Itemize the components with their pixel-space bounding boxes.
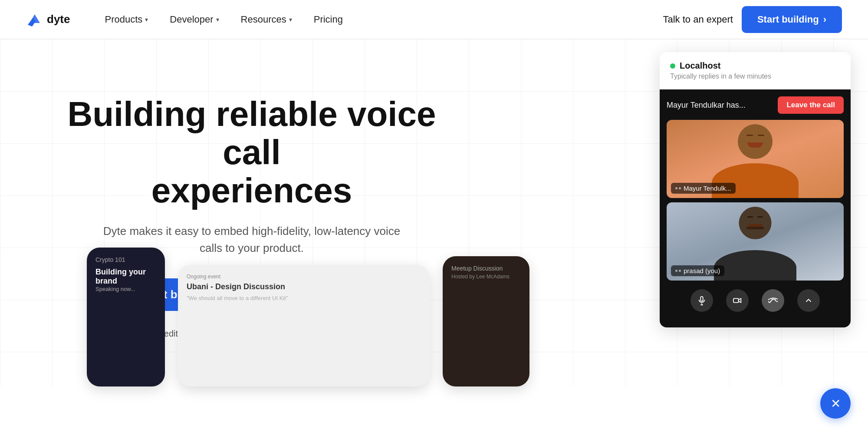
close-fab-button[interactable]: ✕ [820,388,851,419]
widget-host-subtitle: Typically replies in a few minutes [670,73,840,80]
no-credit-card-badge: 🚫💳 No credit card required [115,328,231,340]
credit-card-icon: 🚫💳 [115,328,139,340]
nav-actions: Talk to an expert Start building › [663,6,842,33]
nav-start-building-button[interactable]: Start building › [742,6,842,33]
nav-talk-expert-link[interactable]: Talk to an expert [663,14,733,25]
call-widget: Localhost Typically replies in a few min… [660,52,851,327]
end-call-button[interactable] [762,289,784,312]
video-tile-person1: Mayur Tendulk... [667,120,844,198]
svg-rect-3 [733,298,739,302]
logo-text: dyte [47,13,70,26]
hero-badges: 🚫💳 No credit card required 🎁 FREE 10,000… [115,328,388,340]
chevron-down-icon: ▾ [216,16,219,23]
call-controls [667,281,844,320]
hero-talk-expert-button[interactable]: Talk to an expert › [253,278,381,311]
gift-icon: 🎁 [249,328,260,340]
arrow-right-icon: › [823,14,826,25]
navbar: dyte Products ▾ Developer ▾ Resources ▾ … [0,0,868,39]
widget-header: Localhost Typically replies in a few min… [660,52,851,89]
logo[interactable]: dyte [26,11,70,28]
call-top-bar: Mayur Tendulkar has... Leave the call [667,96,844,114]
leave-call-button[interactable]: Leave the call [778,96,844,114]
video-tile-person2: prasad (you) [667,202,844,281]
chevron-down-icon: ▾ [145,16,148,23]
free-mins-badge: 🎁 FREE 10,000 mins every month [249,328,388,340]
video-button[interactable] [726,289,749,312]
nav-products[interactable]: Products ▾ [96,10,157,30]
hero-start-building-button[interactable]: Start building › [122,278,242,311]
nav-developer[interactable]: Developer ▾ [161,10,227,30]
widget-host: Localhost [670,61,840,71]
more-options-button[interactable] [797,289,820,312]
nav-links: Products ▾ Developer ▾ Resources ▾ Prici… [96,10,663,30]
mic-button[interactable] [690,289,713,312]
svg-rect-0 [700,297,703,301]
hero-section: Building reliable voice call experiences… [0,39,868,386]
online-status-dot [670,63,675,69]
nav-resources[interactable]: Resources ▾ [232,10,301,30]
hero-content: Building reliable voice call experiences… [0,39,477,386]
hero-title: Building reliable voice call experiences [52,95,451,210]
person2-label: prasad (you) [671,265,724,276]
person1-label: Mayur Tendulk... [671,183,736,194]
hero-buttons: Start building › Talk to an expert › [122,278,381,311]
arrow-right-icon: › [220,288,224,301]
hero-subtitle: Dyte makes it easy to embed high-fidelit… [100,223,404,257]
call-body: Mayur Tendulkar has... Leave the call [660,89,851,327]
close-icon: ✕ [831,396,841,411]
caller-name: Mayur Tendulkar has... [667,101,746,110]
nav-pricing[interactable]: Pricing [305,10,352,30]
arrow-right-icon: › [362,288,365,301]
hero-right: Localhost Typically replies in a few min… [477,39,868,386]
chevron-down-icon: ▾ [289,16,292,23]
video-grid: Mayur Tendulk... [667,120,844,281]
